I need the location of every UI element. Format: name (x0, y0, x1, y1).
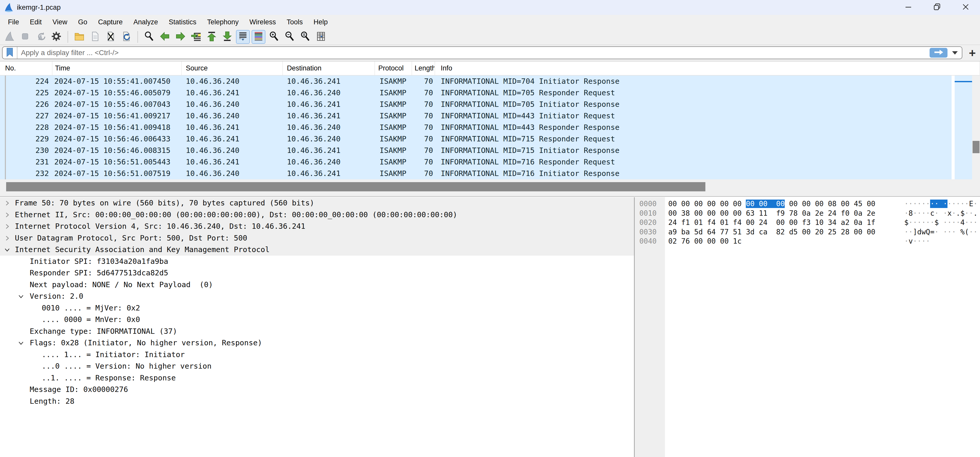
packet-row[interactable]: 2252024-07-15 10:55:46.00507910.46.36.24… (0, 87, 951, 99)
hex-bytes[interactable]: 00 00 00 00 00 00 00 00 00 00 00 00 08 0… (668, 199, 875, 209)
menu-item-edit[interactable]: Edit (25, 15, 47, 29)
go-forward-button[interactable] (173, 30, 187, 44)
filter-dropdown-button[interactable] (950, 48, 960, 58)
hex-bytes[interactable]: 24 f1 01 f4 01 f4 00 24 00 00 f3 10 34 a… (668, 218, 875, 227)
packet-row[interactable]: 2292024-07-15 10:56:46.00643310.46.36.24… (0, 133, 951, 145)
vertical-scrollbar-thumb[interactable] (972, 141, 980, 153)
capture-options-button[interactable] (49, 30, 63, 44)
add-filter-button[interactable]: + (966, 46, 979, 59)
packet-row[interactable]: 2282024-07-15 10:56:41.00941810.46.36.24… (0, 122, 951, 133)
detail-line[interactable]: Version: 2.0 (0, 291, 634, 302)
capture-stop-button[interactable] (18, 30, 32, 44)
file-close-button[interactable] (103, 30, 118, 44)
detail-line[interactable]: ...0 .... = Version: No higher version (0, 360, 634, 372)
menu-item-view[interactable]: View (47, 15, 73, 29)
menu-item-tools[interactable]: Tools (281, 15, 308, 29)
expand-chevron-icon[interactable] (4, 200, 10, 206)
hex-ascii[interactable]: ·v···· (904, 237, 930, 246)
column-header-time[interactable]: Time (52, 61, 182, 75)
hex-row[interactable]: 000000 00 00 00 00 00 00 00 00 00 00 00 … (635, 199, 980, 209)
hex-row[interactable]: 001000 38 00 00 00 00 63 11 f9 78 0a 2e … (635, 209, 980, 218)
go-to-packet-button[interactable] (189, 30, 203, 44)
detail-line[interactable]: Message ID: 0x00000276 (0, 384, 634, 396)
filter-bookmark-button[interactable] (3, 47, 18, 59)
detail-line[interactable]: Ethernet II, Src: 00:00:00_00:00:00 (00:… (0, 209, 634, 221)
capture-restart-button[interactable] (34, 30, 48, 44)
go-bottom-button[interactable] (220, 30, 234, 44)
hex-row[interactable]: 004002 76 00 00 00 1c·v···· (635, 237, 980, 246)
packet-row[interactable]: 2262024-07-15 10:55:46.00704310.46.36.24… (0, 99, 951, 110)
detail-line[interactable]: .... 0000 = MnVer: 0x0 (0, 314, 634, 326)
packet-list-vertical-scrollbar[interactable] (972, 75, 980, 179)
collapse-chevron-icon[interactable] (18, 340, 24, 346)
hex-row[interactable]: 0030a9 ba 5d 64 77 51 3d ca 82 d5 00 20 … (635, 227, 980, 237)
auto-scroll-button[interactable] (236, 30, 250, 44)
column-header-length[interactable]: Length (412, 61, 435, 75)
menu-item-statistics[interactable]: Statistics (163, 15, 202, 29)
go-back-button[interactable] (158, 30, 172, 44)
detail-line[interactable]: Responder SPI: 5d6477513dca82d5 (0, 267, 634, 279)
packet-row[interactable]: 2322024-07-15 10:56:51.00751910.46.36.24… (0, 168, 951, 179)
hex-ascii[interactable]: ········ ······E· (904, 199, 978, 209)
hex-ascii[interactable]: ·8····c· ·x·.$··. (904, 209, 978, 218)
detail-line[interactable]: Internet Protocol Version 4, Src: 10.46.… (0, 221, 634, 232)
display-filter-field[interactable] (2, 46, 963, 59)
detail-line[interactable]: Length: 28 (0, 396, 634, 407)
apply-filter-button[interactable] (929, 48, 948, 58)
packet-list-horizontal-scrollbar[interactable] (0, 179, 980, 197)
hex-row[interactable]: 002024 f1 01 f4 01 f4 00 24 00 00 f3 10 … (635, 218, 980, 227)
detail-line[interactable]: Internet Security Association and Key Ma… (0, 244, 634, 256)
packet-row[interactable]: 2272024-07-15 10:56:41.00921710.46.36.24… (0, 110, 951, 122)
horizontal-scrollbar-thumb[interactable] (6, 182, 705, 191)
file-open-button[interactable] (72, 30, 86, 44)
menu-item-file[interactable]: File (3, 15, 25, 29)
detail-line[interactable]: Frame 50: 70 bytes on wire (560 bits), 7… (0, 197, 634, 209)
go-top-button[interactable] (205, 30, 219, 44)
zoom-reset-button[interactable] (298, 30, 312, 44)
expand-chevron-icon[interactable] (4, 212, 10, 218)
menu-item-go[interactable]: Go (73, 15, 93, 29)
file-reload-button[interactable] (119, 30, 133, 44)
menu-item-analyze[interactable]: Analyze (128, 15, 163, 29)
menu-item-telephony[interactable]: Telephony (202, 15, 244, 29)
column-header-protocol[interactable]: Protocol (375, 61, 412, 75)
minimize-button[interactable] (894, 0, 923, 15)
detail-line[interactable]: Initiator SPI: f31034a20a1fa9ba (0, 256, 634, 267)
expand-chevron-icon[interactable] (4, 224, 10, 230)
packet-row[interactable]: 2302024-07-15 10:56:46.00831510.46.36.24… (0, 145, 951, 156)
hex-bytes[interactable]: 00 38 00 00 00 00 63 11 f9 78 0a 2e 24 f… (668, 209, 875, 218)
zoom-in-button[interactable] (267, 30, 281, 44)
zoom-out-button[interactable] (283, 30, 297, 44)
maximize-button[interactable] (923, 0, 951, 15)
menu-item-capture[interactable]: Capture (93, 15, 128, 29)
resize-columns-button[interactable] (314, 30, 328, 44)
detail-line[interactable]: Next payload: NONE / No Next Payload (0) (0, 279, 634, 291)
column-header-info[interactable]: Info (435, 61, 980, 75)
detail-line[interactable]: 0010 .... = MjVer: 0x2 (0, 302, 634, 314)
capture-start-button[interactable] (3, 30, 16, 44)
menu-item-wireless[interactable]: Wireless (244, 15, 281, 29)
hex-bytes[interactable]: 02 76 00 00 00 1c (668, 237, 742, 246)
hex-ascii[interactable]: ··]dwQ=· ··· %(·· (904, 227, 978, 237)
packet-row[interactable]: 2242024-07-15 10:55:41.00745010.46.36.24… (0, 75, 951, 87)
column-header-source[interactable]: Source (182, 61, 283, 75)
find-packet-button[interactable] (142, 30, 156, 44)
detail-line[interactable]: Exchange type: INFORMATIONAL (37) (0, 326, 634, 337)
expand-chevron-icon[interactable] (4, 235, 10, 241)
close-button[interactable] (951, 0, 980, 15)
menu-item-help[interactable]: Help (308, 15, 333, 29)
collapse-chevron-icon[interactable] (18, 293, 24, 299)
detail-line[interactable]: Flags: 0x28 (Initiator, No higher versio… (0, 337, 634, 349)
detail-line[interactable]: User Datagram Protocol, Src Port: 500, D… (0, 232, 634, 244)
hex-bytes[interactable]: a9 ba 5d 64 77 51 3d ca 82 d5 00 20 25 2… (668, 227, 875, 237)
packet-row[interactable]: 2312024-07-15 10:56:51.00544310.46.36.24… (0, 156, 951, 168)
packet-list-minimap[interactable] (953, 75, 972, 179)
collapse-chevron-icon[interactable] (4, 247, 10, 253)
detail-line[interactable]: .... 1... = Initiator: Initiator (0, 349, 634, 361)
hex-ascii[interactable]: $······$ ····4··· (904, 218, 978, 227)
column-header-destination[interactable]: Destination (283, 61, 375, 75)
file-save-button[interactable] (88, 30, 102, 44)
column-header-no[interactable]: No. (0, 61, 52, 75)
detail-line[interactable]: ..1. .... = Response: Response (0, 372, 634, 384)
display-filter-input[interactable] (18, 48, 929, 57)
